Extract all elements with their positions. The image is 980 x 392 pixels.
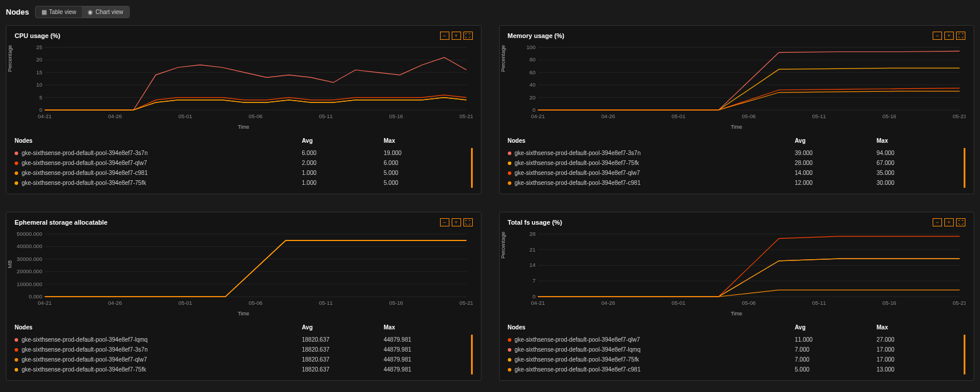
scroll-indicator[interactable] (964, 148, 965, 188)
chart-series-line (538, 259, 960, 297)
y-tick-label: 40000.000 (17, 244, 43, 250)
table-view-button[interactable]: ▦ Table view (36, 6, 82, 18)
y-tick-label: 10 (36, 82, 42, 88)
node-name-cell: gke-sixthsense-prod-default-pool-394e8ef… (15, 150, 302, 156)
node-name-cell: gke-sixthsense-prod-default-pool-394e8ef… (15, 180, 302, 186)
minus-icon: − (443, 33, 446, 39)
expand-button[interactable]: ⛶ (956, 218, 965, 226)
table-body: gke-sixthsense-prod-default-pool-394e8ef… (15, 148, 473, 188)
table-row[interactable]: gke-sixthsense-prod-default-pool-394e8ef… (508, 355, 966, 365)
avg-cell: 6.000 (302, 150, 384, 156)
x-tick-label: 04-21 (531, 114, 545, 119)
col-max: Max (384, 137, 466, 144)
table-row[interactable]: gke-sixthsense-prod-default-pool-394e8ef… (15, 178, 473, 188)
y-tick-label: 0 (39, 107, 42, 113)
col-nodes: Nodes (15, 137, 302, 144)
table-row[interactable]: gke-sixthsense-prod-default-pool-394e8ef… (508, 178, 966, 188)
table-icon: ▦ (41, 9, 47, 15)
scroll-indicator[interactable] (471, 335, 473, 374)
chart-series-line (45, 98, 467, 110)
series-color-dot (15, 368, 18, 372)
chart-series-line (45, 98, 467, 110)
node-name-text: gke-sixthsense-prod-default-pool-394e8ef… (515, 180, 641, 186)
x-tick-label: 05-11 (319, 300, 333, 306)
minus-icon: − (936, 219, 939, 225)
expand-button[interactable]: ⛶ (463, 32, 473, 40)
panel-title: CPU usage (%) (15, 32, 60, 39)
x-tick-label: 05-16 (389, 300, 403, 306)
x-tick-label: 04-21 (38, 114, 52, 119)
x-tick-label: 05-06 (249, 114, 263, 119)
y-tick-label: 14 (529, 263, 535, 269)
plus-icon: + (455, 219, 458, 225)
scroll-indicator[interactable] (964, 335, 965, 374)
series-color-dot (15, 338, 18, 342)
chart-area: Percentage0714212804-2104-2605-0105-0605… (508, 231, 966, 307)
table-row[interactable]: gke-sixthsense-prod-default-pool-394e8ef… (15, 345, 473, 355)
table-row[interactable]: gke-sixthsense-prod-default-pool-394e8ef… (508, 365, 966, 374)
panel: CPU usage (%)−+⛶Percentage051015202504-2… (6, 25, 482, 194)
series-color-dot (15, 348, 18, 352)
col-avg: Avg (302, 137, 384, 144)
node-name-text: gke-sixthsense-prod-default-pool-394e8ef… (515, 150, 641, 156)
minus-button[interactable]: − (440, 32, 449, 40)
expand-button[interactable]: ⛶ (956, 32, 965, 40)
avg-cell: 7.000 (795, 356, 877, 363)
y-axis-label: Percentage (500, 45, 506, 72)
col-max: Max (384, 324, 466, 331)
node-name-text: gke-sixthsense-prod-default-pool-394e8ef… (515, 356, 639, 363)
x-tick-label: 04-21 (38, 300, 52, 306)
x-axis-label: Time (508, 311, 966, 317)
y-tick-label: 25 (36, 44, 42, 50)
max-cell: 5.000 (384, 170, 466, 176)
table-row[interactable]: gke-sixthsense-prod-default-pool-394e8ef… (508, 158, 966, 168)
plus-button[interactable]: + (452, 218, 461, 226)
series-color-dot (508, 171, 511, 175)
table-row[interactable]: gke-sixthsense-prod-default-pool-394e8ef… (15, 355, 473, 365)
table-row[interactable]: gke-sixthsense-prod-default-pool-394e8ef… (508, 168, 966, 178)
y-tick-label: 60 (529, 70, 535, 75)
table-row[interactable]: gke-sixthsense-prod-default-pool-394e8ef… (15, 158, 473, 168)
x-tick-label: 05-11 (812, 300, 826, 306)
x-tick-label: 04-26 (108, 300, 122, 306)
col-nodes: Nodes (15, 324, 302, 331)
x-axis-label: Time (15, 311, 473, 317)
table-row[interactable]: gke-sixthsense-prod-default-pool-394e8ef… (15, 168, 473, 178)
x-tick-label: 05-21 (459, 300, 472, 306)
table-row[interactable]: gke-sixthsense-prod-default-pool-394e8ef… (15, 335, 473, 345)
x-tick-label: 05-21 (953, 300, 965, 306)
chart-view-button[interactable]: ◉ Chart view (82, 6, 129, 18)
table-row[interactable]: gke-sixthsense-prod-default-pool-394e8ef… (508, 345, 966, 355)
minus-button[interactable]: − (440, 218, 449, 226)
table-view-label: Table view (49, 9, 77, 15)
col-avg: Avg (795, 324, 877, 331)
plus-button[interactable]: + (944, 32, 954, 40)
panel-header: Memory usage (%)−+⛶ (508, 32, 966, 40)
x-tick-label: 05-01 (178, 114, 192, 119)
y-tick-label: 15 (36, 70, 42, 75)
minus-button[interactable]: − (933, 218, 942, 226)
y-tick-label: 20 (529, 95, 535, 101)
table-row[interactable]: gke-sixthsense-prod-default-pool-394e8ef… (508, 335, 966, 345)
x-tick-label: 05-06 (249, 300, 263, 306)
table-row[interactable]: gke-sixthsense-prod-default-pool-394e8ef… (15, 148, 473, 158)
minus-button[interactable]: − (933, 32, 942, 40)
plus-button[interactable]: + (944, 218, 954, 226)
minus-icon: − (443, 219, 446, 225)
avg-cell: 1.000 (302, 180, 384, 186)
avg-cell: 14.000 (795, 170, 877, 176)
plus-button[interactable]: + (452, 32, 461, 40)
table-row[interactable]: gke-sixthsense-prod-default-pool-394e8ef… (508, 148, 966, 158)
y-tick-label: 80 (529, 57, 535, 63)
x-tick-label: 05-16 (882, 300, 896, 306)
node-name-cell: gke-sixthsense-prod-default-pool-394e8ef… (508, 170, 795, 176)
chart-icon: ◉ (88, 9, 93, 15)
scroll-indicator[interactable] (471, 148, 473, 188)
node-name-cell: gke-sixthsense-prod-default-pool-394e8ef… (15, 160, 302, 166)
expand-button[interactable]: ⛶ (463, 218, 473, 226)
avg-cell: 28.000 (795, 160, 877, 166)
avg-cell: 5.000 (795, 366, 877, 373)
table-row[interactable]: gke-sixthsense-prod-default-pool-394e8ef… (15, 365, 473, 374)
page-header: Nodes ▦ Table view ◉ Chart view (6, 6, 974, 18)
chart-svg: 0.00010000.00020000.00030000.00040000.00… (15, 231, 473, 307)
